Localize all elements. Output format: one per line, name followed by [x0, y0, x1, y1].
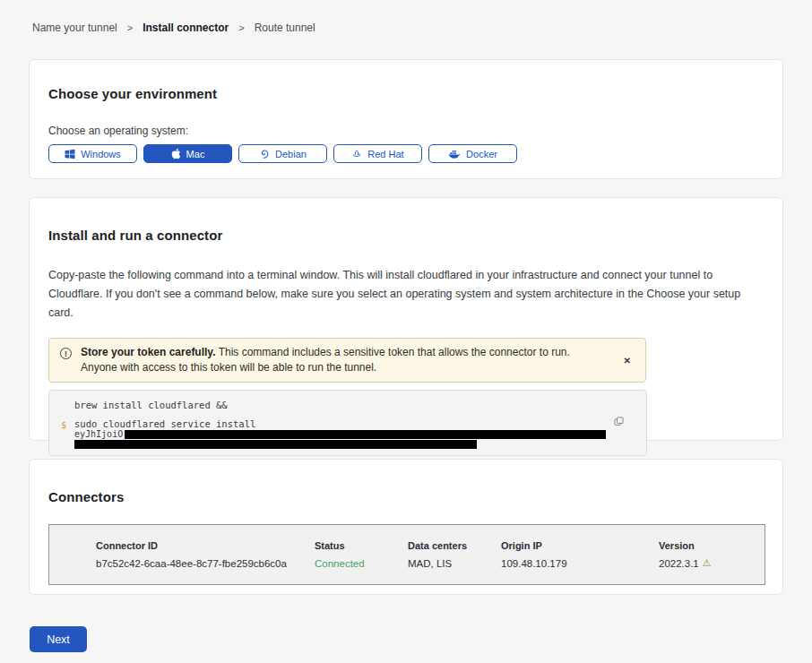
install-command-code-block: brew install cloudflared && $ sudo cloud… — [48, 390, 647, 456]
token-warning-text: Store your token carefully. This command… — [81, 345, 592, 375]
environment-card: Choose your environment Choose an operat… — [29, 59, 783, 179]
connectors-card-title: Connectors — [48, 489, 764, 504]
close-banner-button[interactable]: ✕ — [620, 352, 635, 369]
column-header-connector-id: Connector ID — [96, 540, 315, 551]
redhat-fedora-icon — [351, 149, 362, 159]
shell-prompt: $ — [61, 419, 66, 430]
next-button[interactable]: Next — [30, 626, 87, 652]
os-button-windows[interactable]: Windows — [48, 144, 137, 163]
close-icon: ✕ — [624, 356, 631, 366]
breadcrumb-step-route-tunnel[interactable]: Route tunnel — [255, 22, 315, 34]
os-button-docker[interactable]: Docker — [428, 144, 517, 163]
os-button-debian[interactable]: Debian — [238, 144, 327, 163]
redacted-token-bar — [74, 440, 477, 449]
install-connector-card: Install and run a connector Copy-paste t… — [29, 197, 783, 441]
debian-swirl-icon — [259, 149, 270, 159]
token-line-1: eyJhIjoiO — [74, 430, 646, 439]
breadcrumb-step-name-your-tunnel[interactable]: Name your tunnel — [32, 22, 117, 34]
os-button-mac[interactable]: Mac — [143, 144, 232, 163]
apple-logo-icon — [171, 148, 181, 159]
docker-whale-icon — [448, 149, 461, 159]
warning-triangle-icon: ⚠ — [703, 557, 712, 569]
redacted-token-bar — [125, 430, 606, 439]
os-button-label: Debian — [275, 149, 307, 159]
os-button-label: Red Hat — [367, 149, 403, 159]
origin-ip-value: 109.48.10.179 — [501, 558, 659, 569]
version-value: 2022.3.1 ⚠ — [659, 557, 764, 569]
column-header-status: Status — [315, 540, 408, 551]
copy-icon — [613, 417, 625, 430]
connector-table-row: b7c52c42-6caa-48ee-8c77-fbe259cb6c0a Con… — [96, 557, 764, 569]
os-button-label: Windows — [81, 149, 121, 159]
command-line-2: sudo cloudflared service install — [74, 419, 646, 429]
data-centers-value: MAD, LIS — [408, 558, 501, 569]
os-button-group: Windows Mac Debian Red Hat Docker — [48, 144, 764, 163]
token-line-2 — [74, 440, 646, 449]
connectors-table: Connector ID Status Data centers Origin … — [48, 524, 765, 585]
alert-circle-icon: ! — [60, 348, 72, 359]
connectors-table-header: Connector ID Status Data centers Origin … — [96, 540, 764, 551]
windows-logo-icon — [65, 149, 75, 159]
copy-command-button[interactable] — [611, 414, 626, 432]
os-button-label: Mac — [186, 149, 205, 159]
command-line-1: brew install cloudflared && — [74, 400, 646, 410]
breadcrumb: Name your tunnel > Install connector > R… — [0, 0, 812, 34]
column-header-origin-ip: Origin IP — [501, 540, 659, 551]
token-warning-banner: ! Store your token carefully. This comma… — [48, 338, 646, 383]
os-button-label: Docker — [466, 149, 497, 159]
connector-id-value: b7c52c42-6caa-48ee-8c77-fbe259cb6c0a — [96, 558, 315, 569]
install-card-title: Install and run a connector — [48, 228, 764, 243]
column-header-version: Version — [659, 540, 764, 551]
token-prefix: eyJhIjoiO — [74, 430, 123, 439]
column-header-data-centers: Data centers — [408, 540, 501, 551]
breadcrumb-step-install-connector[interactable]: Install connector — [143, 22, 229, 34]
token-warning-bold: Store your token carefully. — [81, 346, 216, 358]
status-badge: Connected — [315, 558, 408, 569]
os-button-redhat[interactable]: Red Hat — [333, 144, 422, 163]
connectors-card: Connectors Connector ID Status Data cent… — [29, 459, 783, 595]
os-select-label: Choose an operating system: — [48, 125, 764, 137]
breadcrumb-separator: > — [238, 22, 244, 33]
environment-card-title: Choose your environment — [48, 86, 764, 101]
breadcrumb-separator: > — [127, 22, 133, 33]
install-description: Copy-paste the following command into a … — [48, 266, 764, 323]
